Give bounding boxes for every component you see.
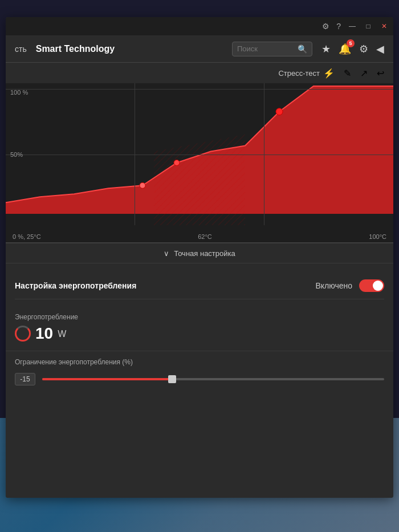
chart-container: 100 % 50% 0 %, 25°C 62°C 100°C: [6, 83, 393, 243]
help-icon[interactable]: ?: [336, 22, 341, 31]
svg-point-5: [276, 108, 283, 115]
power-toggle[interactable]: [359, 279, 384, 292]
slider-container: -15: [15, 373, 384, 385]
power-dial-icon: [15, 326, 31, 342]
notification-badge: 5: [347, 39, 355, 47]
chevron-down-icon: ∨: [164, 249, 169, 258]
chart-x-label-left: 0 %, 25°C: [13, 233, 41, 240]
power-value-display: 10 W: [15, 326, 384, 342]
stress-test-button[interactable]: Стресс-тест ⚡: [278, 68, 335, 79]
chart-y-mid-label: 50%: [10, 151, 23, 158]
svg-point-3: [140, 182, 145, 188]
maximize-button[interactable]: □: [364, 22, 373, 31]
search-icon: 🔍: [298, 44, 307, 54]
stress-test-label: Стресс-тест: [278, 69, 320, 78]
toolbar: Стресс-тест ⚡ ✎ ↗ ↩: [6, 63, 393, 83]
gear-icon[interactable]: ⚙: [359, 43, 368, 55]
power-section: Энергопотребление 10 W: [6, 308, 393, 351]
search-box[interactable]: 🔍: [232, 42, 312, 56]
breadcrumb-crumb: сть: [15, 44, 27, 54]
fine-tune-bar[interactable]: ∨ Точная настройка: [6, 243, 393, 263]
slider-fill: [42, 378, 172, 380]
title-bar: ⚙ ? — □ ✕: [6, 17, 393, 35]
grid-line-v-1: [135, 83, 135, 225]
main-content: 100 % 50% 0 %, 25°C 62°C 100°C ∨ Точная …: [6, 83, 393, 498]
chart-x-label-mid: 62°C: [198, 233, 212, 240]
slider-track[interactable]: [42, 378, 384, 380]
chart-x-labels: 0 %, 25°C 62°C 100°C: [6, 233, 393, 240]
fine-tune-label: Точная настройка: [174, 249, 235, 258]
toggle-knob: [373, 281, 383, 291]
chart-x-label-right: 100°C: [369, 233, 386, 240]
stress-icon: ⚡: [323, 68, 335, 79]
power-settings-label: Настройка энергопотребления: [15, 281, 136, 290]
slider-thumb[interactable]: [168, 375, 176, 383]
slider-label: Ограничение энергопотребления (%): [15, 358, 384, 366]
export-icon[interactable]: ↗: [360, 68, 368, 79]
page-title: Smart Technology: [36, 44, 223, 54]
grid-line-h-mid: [6, 155, 393, 155]
nav-icons: ★ 🔔 5 ⚙ ◀: [321, 43, 384, 55]
grid-line-h-top: [6, 89, 393, 90]
star-icon[interactable]: ★: [321, 43, 331, 55]
search-input[interactable]: [237, 44, 294, 53]
minimize-button[interactable]: —: [348, 22, 357, 31]
power-number: 10: [35, 326, 53, 342]
back-icon[interactable]: ◀: [376, 43, 384, 55]
power-settings-value-row: Включено: [315, 279, 384, 292]
app-window: ⚙ ? — □ ✕ сть Smart Technology 🔍 ★ 🔔 5 ⚙…: [6, 17, 393, 498]
power-settings-row: Настройка энергопотребления Включено: [15, 273, 384, 299]
chart-y-top-label: 100 %: [10, 89, 28, 96]
chart-area: 100 % 50%: [6, 83, 393, 225]
power-status-text: Включено: [315, 281, 352, 290]
power-unit: W: [58, 329, 66, 339]
slider-value-box: -15: [15, 373, 35, 385]
settings-section: Настройка энергопотребления Включено: [6, 263, 393, 308]
nav-bar: сть Smart Technology 🔍 ★ 🔔 5 ⚙ ◀: [6, 35, 393, 63]
svg-point-4: [174, 160, 180, 165]
slider-section: Ограничение энергопотребления (%) -15: [6, 351, 393, 397]
edit-icon[interactable]: ✎: [344, 68, 351, 79]
undo-icon[interactable]: ↩: [377, 68, 384, 79]
bell-icon[interactable]: 🔔 5: [339, 43, 351, 55]
close-button[interactable]: ✕: [380, 22, 389, 31]
grid-line-v-2: [264, 83, 264, 225]
power-consumption-label: Энергопотребление: [15, 313, 384, 321]
settings-gear-icon[interactable]: ⚙: [322, 22, 329, 31]
